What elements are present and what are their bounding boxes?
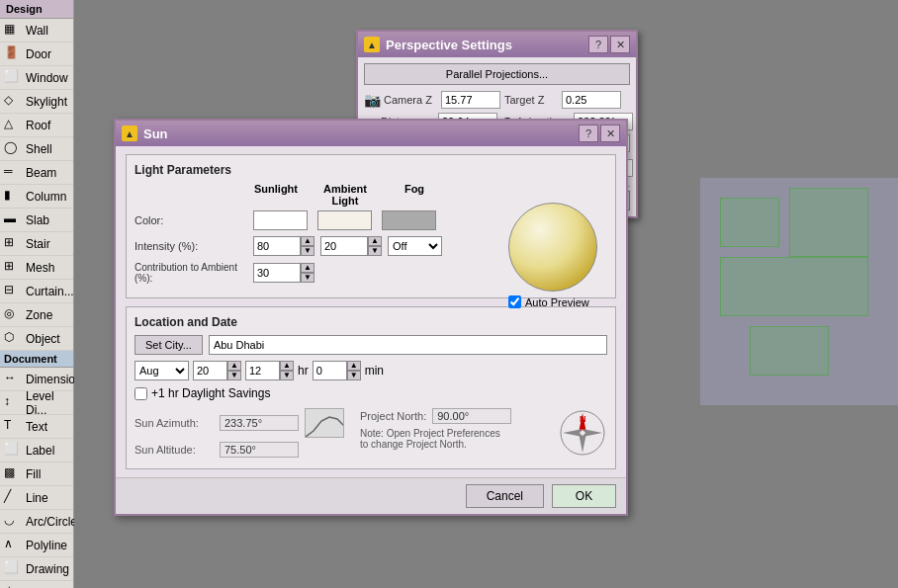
day-input[interactable] bbox=[193, 361, 227, 380]
perspective-close-button[interactable]: ✕ bbox=[610, 36, 630, 53]
sun-dialog-icon: ▲ bbox=[122, 126, 137, 141]
city-input[interactable] bbox=[209, 335, 607, 355]
main-area: ▲ Perspective Settings ? ✕ Parallel Proj… bbox=[74, 0, 898, 588]
hour-up[interactable]: ▲ bbox=[280, 361, 294, 371]
fill-icon: ▩ bbox=[4, 465, 22, 483]
sidebar-item-mesh[interactable]: ⊞ Mesh bbox=[0, 256, 73, 280]
line-icon: ╱ bbox=[4, 489, 22, 507]
sidebar-item-section[interactable]: ⊥ Section bbox=[0, 581, 73, 588]
sunlight-intensity-down[interactable]: ▼ bbox=[301, 246, 314, 256]
parallel-projections-button[interactable]: Parallel Projections... bbox=[364, 63, 630, 85]
sun-title: Sun bbox=[143, 126, 168, 141]
fog-select[interactable]: Off On bbox=[388, 236, 442, 256]
shell-icon: ◯ bbox=[4, 140, 22, 158]
sun-help-button[interactable]: ? bbox=[579, 125, 598, 142]
target-z-label: Target Z bbox=[504, 94, 559, 106]
camera-z-input[interactable] bbox=[441, 91, 500, 109]
fog-color-swatch[interactable] bbox=[382, 210, 436, 230]
ambient-intensity-up[interactable]: ▲ bbox=[368, 236, 382, 246]
sun-chart bbox=[305, 408, 344, 438]
sun-dialog: ▲ Sun ? ✕ Light Parameters Sunlight Ambi… bbox=[114, 119, 628, 516]
hour-input[interactable] bbox=[245, 361, 280, 380]
sidebar-item-arc[interactable]: ◡ Arc/Circle bbox=[0, 510, 73, 534]
sidebar-item-polyline[interactable]: ∧ Polyline bbox=[0, 534, 73, 557]
sidebar-item-skylight[interactable]: ◇ Skylight bbox=[0, 90, 73, 114]
perspective-titlebar: ▲ Perspective Settings ? ✕ bbox=[358, 32, 636, 57]
svg-text:N: N bbox=[580, 414, 586, 424]
curtain-icon: ⊟ bbox=[4, 283, 22, 300]
sidebar-header: Design bbox=[0, 0, 73, 19]
map-canvas bbox=[700, 178, 898, 405]
color-label: Color: bbox=[135, 214, 253, 226]
sidebar-item-beam[interactable]: ═ Beam bbox=[0, 161, 73, 185]
month-select[interactable]: JanFebMarApr MayJunJulAug SepOctNovDec bbox=[135, 361, 189, 380]
sun-ok-button[interactable]: OK bbox=[552, 484, 616, 508]
mesh-icon: ⊞ bbox=[4, 259, 22, 277]
minute-input[interactable] bbox=[313, 361, 347, 380]
stair-icon: ⊞ bbox=[4, 235, 22, 253]
sunlight-intensity-up[interactable]: ▲ bbox=[301, 236, 314, 246]
ambient-intensity-down[interactable]: ▼ bbox=[368, 246, 382, 256]
hour-down[interactable]: ▼ bbox=[280, 371, 294, 380]
auto-preview-checkbox[interactable] bbox=[508, 295, 521, 308]
sidebar-item-fill[interactable]: ▩ Fill bbox=[0, 462, 73, 486]
perspective-icon: ▲ bbox=[364, 37, 380, 52]
day-down[interactable]: ▼ bbox=[227, 371, 241, 380]
sidebar-item-slab[interactable]: ▬ Slab bbox=[0, 209, 73, 232]
light-params-section: Light Parameters Sunlight Ambient Light … bbox=[126, 154, 616, 298]
sidebar-item-stair[interactable]: ⊞ Stair bbox=[0, 232, 73, 256]
sidebar-item-label[interactable]: ⬜ Label bbox=[0, 439, 73, 462]
sidebar: Design ▦ Wall 🚪 Door ⬜ Window ◇ Skylight… bbox=[0, 0, 74, 588]
auto-preview-label: Auto Preview bbox=[525, 296, 589, 308]
ambient-light-col-label: Ambient Light bbox=[311, 183, 380, 207]
sunlight-intensity-input[interactable] bbox=[253, 236, 301, 256]
contribution-down[interactable]: ▼ bbox=[301, 273, 314, 283]
target-z-input[interactable] bbox=[562, 91, 621, 109]
day-up[interactable]: ▲ bbox=[227, 361, 241, 371]
sidebar-item-text[interactable]: T Text bbox=[0, 415, 73, 439]
sidebar-item-shell[interactable]: ◯ Shell bbox=[0, 137, 73, 161]
sidebar-item-column[interactable]: ▮ Column bbox=[0, 185, 73, 209]
beam-icon: ═ bbox=[4, 164, 22, 182]
svg-marker-3 bbox=[563, 429, 583, 437]
sidebar-item-dimension[interactable]: ↔ Dimension bbox=[0, 368, 73, 391]
sidebar-item-roof[interactable]: △ Roof bbox=[0, 114, 73, 137]
sidebar-item-door[interactable]: 🚪 Door bbox=[0, 42, 73, 66]
contribution-up[interactable]: ▲ bbox=[301, 263, 314, 273]
sidebar-item-zone[interactable]: ◎ Zone bbox=[0, 303, 73, 327]
ambient-color-swatch[interactable] bbox=[317, 210, 372, 230]
sphere-preview bbox=[508, 203, 597, 292]
text-icon: T bbox=[4, 418, 22, 436]
label-icon: ⬜ bbox=[4, 442, 22, 460]
sidebar-item-curtain[interactable]: ⊟ Curtain... bbox=[0, 280, 73, 303]
sidebar-item-line[interactable]: ╱ Line bbox=[0, 486, 73, 510]
sun-close-button[interactable]: ✕ bbox=[600, 125, 620, 142]
sidebar-item-level-di[interactable]: ↕ Level Di... bbox=[0, 391, 73, 415]
section-icon: ⊥ bbox=[4, 584, 22, 589]
sidebar-document-section: Document bbox=[0, 351, 73, 368]
slab-icon: ▬ bbox=[4, 211, 22, 229]
daylight-savings-checkbox[interactable] bbox=[135, 387, 147, 400]
minute-down[interactable]: ▼ bbox=[347, 371, 361, 380]
door-icon: 🚪 bbox=[4, 45, 22, 63]
ambient-intensity-input[interactable] bbox=[320, 236, 368, 256]
contribution-input[interactable] bbox=[253, 263, 301, 283]
project-north-note: Note: Open Project Preferences to change… bbox=[360, 428, 508, 450]
dimension-icon: ↔ bbox=[4, 371, 22, 388]
sun-cancel-button[interactable]: Cancel bbox=[466, 484, 544, 508]
sidebar-item-object[interactable]: ⬡ Object bbox=[0, 327, 73, 351]
sunlight-color-swatch[interactable] bbox=[253, 210, 308, 230]
window-icon: ⬜ bbox=[4, 69, 22, 87]
sidebar-item-wall[interactable]: ▦ Wall bbox=[0, 19, 73, 42]
camera-z-label: Camera Z bbox=[384, 94, 438, 106]
arc-icon: ◡ bbox=[4, 513, 22, 531]
sidebar-item-drawing[interactable]: ⬜ Drawing bbox=[0, 557, 73, 581]
perspective-help-button[interactable]: ? bbox=[588, 36, 608, 53]
sidebar-item-window[interactable]: ⬜ Window bbox=[0, 66, 73, 90]
svg-marker-4 bbox=[583, 429, 602, 437]
sunlight-col-label: Sunlight bbox=[241, 183, 311, 207]
fog-col-label: Fog bbox=[380, 183, 449, 207]
intensity-label: Intensity (%): bbox=[135, 240, 253, 252]
minute-up[interactable]: ▲ bbox=[347, 361, 361, 371]
set-city-button[interactable]: Set City... bbox=[135, 335, 203, 355]
